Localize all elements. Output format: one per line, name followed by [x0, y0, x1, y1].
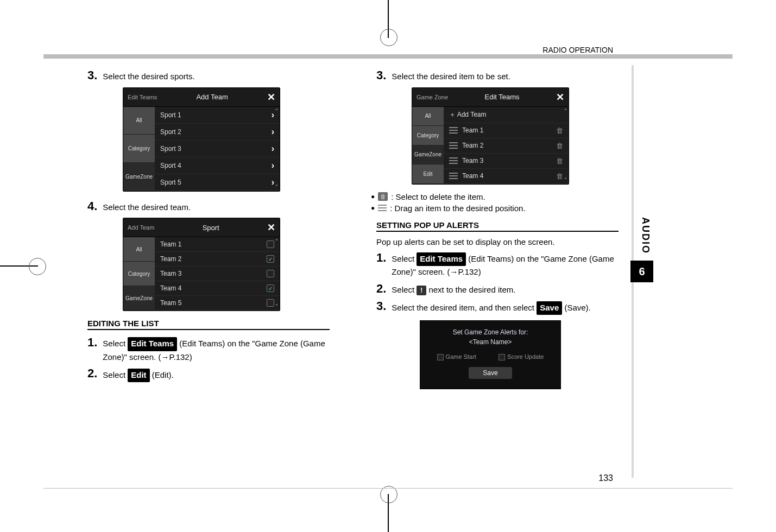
list-item: Sport 1› [155, 107, 280, 124]
edit-teams-button-label: Edit Teams [417, 252, 466, 267]
scroll-up-icon: ˄ [275, 238, 278, 244]
step-text: Select the desired team. [103, 201, 191, 214]
trash-icon: 🗑 [556, 142, 563, 150]
trash-icon: 🗑 [556, 126, 563, 135]
side-tab-gamezone: GameZone [123, 163, 155, 191]
bullet-delete: ● 🗑 : Select to delete the item. [371, 192, 619, 201]
drag-handle-icon [449, 142, 458, 149]
side-tab-gamezone: GameZone [412, 145, 444, 165]
crop-mark-bottom [388, 494, 389, 532]
subheading-popup-alerts: SETTING POP UP ALERTS [376, 220, 619, 232]
screenshot-edit-teams: Game Zone Edit Teams ✕ All Category Game… [412, 87, 569, 185]
header-rule [43, 54, 733, 59]
trash-icon: 🗑 [378, 192, 388, 201]
list-item: Team 1 [155, 237, 280, 252]
step-number: 3. [376, 299, 386, 313]
drag-handle-icon [449, 127, 458, 134]
checkbox-icon [267, 240, 274, 248]
checkbox-icon [267, 299, 274, 307]
step-number: 3. [87, 68, 97, 83]
back-label: Edit Teams [128, 94, 157, 100]
scroll-up-icon: ˄ [275, 108, 278, 114]
list-item: Team 4🗑 [444, 169, 569, 184]
step-text: Select Edit Teams (Edit Teams) on the "G… [392, 252, 619, 278]
close-icon: ✕ [267, 221, 275, 233]
save-button-label: Save [537, 301, 562, 315]
alert-icon: ! [417, 286, 426, 295]
back-label: Game Zone [417, 94, 448, 100]
chevron-right-icon: › [272, 110, 274, 120]
left-editing-step-1: 1. Select Edit Teams (Edit Teams) on the… [87, 335, 330, 363]
side-tab-edit: Edit [412, 164, 444, 184]
side-tab-all: All [123, 107, 155, 135]
trash-icon: 🗑 [556, 172, 563, 180]
step-text: Select Edit (Edit). [103, 369, 173, 383]
drag-handle-icon [378, 205, 387, 211]
step-text: Select the desired item, and then select… [392, 301, 590, 315]
left-editing-step-2: 2. Select Edit (Edit). [87, 366, 330, 382]
screenshot-sport: Add Team Sport ✕ All Category GameZone ˄… [123, 218, 280, 311]
list-item: Team 1🗑 [444, 123, 569, 138]
step-number: 3. [376, 68, 386, 83]
step-text: Select Edit Teams (Edit Teams) on the "G… [103, 337, 330, 363]
list-item: Team 4✓ [155, 281, 280, 296]
close-icon: ✕ [267, 91, 275, 103]
edit-teams-button-label: Edit Teams [128, 337, 177, 351]
close-icon: ✕ [556, 91, 564, 103]
left-step-3: 3. Select the desired sports. [87, 68, 330, 83]
step-number: 2. [376, 282, 386, 296]
right-alerts-step-3: 3. Select the desired item, and then sel… [376, 299, 619, 315]
crop-mark-top [388, 0, 389, 38]
step-text: Select the desired sports. [103, 71, 194, 83]
chevron-right-icon: › [272, 144, 274, 154]
option-score-update: Score Update [499, 353, 544, 360]
chapter-badge: 6 [630, 261, 653, 282]
list-item: Sport 4› [155, 157, 280, 174]
list-item: Team 5 [155, 296, 280, 311]
section-header: RADIO OPERATION [542, 46, 613, 54]
crop-mark-left [0, 265, 38, 267]
side-tab-category: Category [123, 135, 155, 163]
list-item: Team 3 [155, 267, 280, 281]
dialog-save-button: Save [469, 367, 512, 379]
checkbox-icon [437, 354, 444, 360]
bottom-rule [43, 488, 733, 489]
left-step-4: 4. Select the desired team. [87, 199, 330, 214]
checkbox-icon [499, 354, 505, 360]
scroll-down-icon: ˅ [564, 177, 567, 183]
trash-icon: 🗑 [556, 157, 563, 165]
screen-title: Add Team [157, 93, 267, 101]
side-tab-category: Category [123, 262, 155, 286]
drag-handle-icon [449, 173, 458, 179]
checkbox-icon: ✓ [267, 255, 274, 263]
side-tab-audio: AUDIO [640, 217, 651, 254]
screen-title: Sport [154, 224, 267, 232]
right-step-3: 3. Select the desired item to be set. [376, 68, 619, 83]
checkbox-icon [267, 270, 274, 277]
bullet-drag: ● : Drag an item to the desired position… [371, 204, 619, 213]
page-number: 133 [598, 473, 613, 483]
list-item: Sport 2› [155, 124, 280, 141]
dialog-team-name: <Team Name> [426, 338, 555, 346]
list-item: Team 2✓ [155, 252, 280, 267]
drag-handle-icon [449, 157, 458, 164]
step-text: Select the desired item to be set. [392, 71, 510, 83]
list-item: Team 2🗑 [444, 138, 569, 154]
step-number: 2. [87, 366, 97, 381]
list-item: Team 3🗑 [444, 154, 569, 169]
checkbox-icon: ✓ [267, 284, 274, 292]
alerts-intro-text: Pop up alerts can be set to display on t… [376, 237, 619, 246]
side-tab-all: All [123, 237, 155, 262]
right-column: 3. Select the desired item to be set. Ga… [362, 65, 619, 389]
add-team-row: ＋ Add Team [444, 107, 569, 123]
step-number: 1. [376, 251, 386, 265]
chevron-right-icon: › [272, 127, 274, 137]
subheading-editing-list: EDITING THE LIST [87, 319, 330, 330]
scroll-down-icon: ˅ [275, 184, 278, 190]
screenshot-add-team: Edit Teams Add Team ✕ All Category GameZ… [123, 87, 280, 192]
chevron-right-icon: › [272, 161, 274, 170]
list-item: Sport 3› [155, 141, 280, 157]
side-tab-category: Category [412, 126, 444, 145]
dialog-title: Set Game Zone Alerts for: [426, 328, 555, 336]
scroll-down-icon: ˅ [275, 303, 278, 309]
